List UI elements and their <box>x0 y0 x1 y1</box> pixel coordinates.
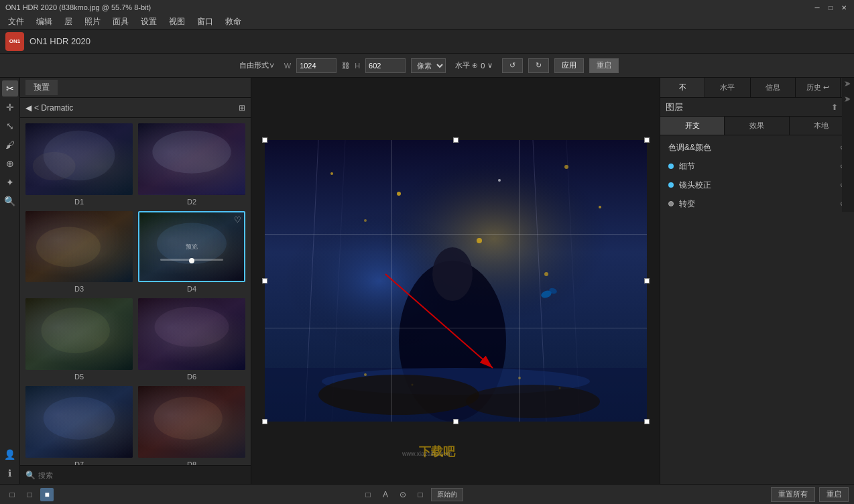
menu-edit[interactable]: 编辑 <box>31 15 58 29</box>
sub-tab-fx[interactable]: 效果 <box>725 117 789 135</box>
height-input[interactable] <box>365 58 406 73</box>
info-tool-icon[interactable]: ℹ <box>2 465 18 481</box>
rotate-right-button[interactable]: ↻ <box>528 58 549 73</box>
window-controls: ─ □ ✕ <box>812 3 849 12</box>
menu-view[interactable]: 视图 <box>164 15 190 29</box>
canvas-handle-br[interactable] <box>644 419 650 424</box>
layer-label-detail: 细节 <box>679 161 695 172</box>
svg-point-10 <box>41 308 109 353</box>
shape-dropdown[interactable]: 自由形式∨ <box>235 59 279 72</box>
original-mode-button[interactable]: 原始的 <box>431 488 463 501</box>
reset-toolbar-button[interactable]: 重启 <box>589 58 619 73</box>
width-label: W <box>284 62 291 70</box>
heal-tool[interactable]: ✦ <box>2 174 18 190</box>
rotate-left-button[interactable]: ↺ <box>502 58 523 73</box>
preset-item-d5[interactable]: D5 <box>25 298 133 381</box>
bottom-center-icon-1[interactable]: □ <box>361 488 375 501</box>
canvas-handle-tc[interactable] <box>453 137 459 143</box>
svg-point-20 <box>330 172 333 175</box>
preset-thumb-label: 预览 <box>186 242 198 251</box>
canvas-handle-bl[interactable] <box>262 419 267 424</box>
canvas-handle-tl[interactable] <box>262 137 267 143</box>
image-canvas <box>265 140 647 422</box>
layer-item-transform[interactable]: 转变 ↺ <box>660 194 854 213</box>
apply-button[interactable]: 应用 <box>554 58 584 73</box>
svg-point-26 <box>477 238 482 243</box>
crop-tool[interactable]: ✂ <box>2 80 18 97</box>
canvas-handle-bc[interactable] <box>453 419 459 424</box>
transform-tool[interactable]: ⤡ <box>2 118 18 134</box>
right-strip-icon2[interactable]: ⮞ <box>845 96 851 103</box>
tab-info[interactable]: 信息 <box>751 78 796 97</box>
canvas-handle-tr[interactable] <box>644 137 650 143</box>
presets-tab[interactable]: 预置 <box>25 80 58 95</box>
layers-upload-icon[interactable]: ⬆ <box>831 103 838 112</box>
presets-nav: ◀ < Dramatic ⊞ <box>20 98 251 118</box>
sub-tab-kz[interactable]: 开支 <box>660 117 725 135</box>
tab-history[interactable]: 历史 ↩ <box>796 78 841 97</box>
user-icon[interactable]: 👤 <box>2 446 18 462</box>
bottom-center-icon-2[interactable]: A <box>379 488 392 501</box>
presets-back-button[interactable]: ◀ < Dramatic <box>25 103 73 113</box>
svg-point-16 <box>154 397 222 440</box>
preset-item-d2[interactable]: D2 <box>138 123 245 206</box>
presets-grid-toggle[interactable]: ⊞ <box>239 103 245 113</box>
clone-tool[interactable]: ⊕ <box>2 155 18 172</box>
height-label: H <box>355 62 360 70</box>
preset-item-d4[interactable]: ♡ 预览 D4 <box>138 211 245 294</box>
bottom-icon-1[interactable]: □ <box>5 488 19 501</box>
menu-window[interactable]: 窗口 <box>192 15 219 29</box>
tab-no[interactable]: 不 <box>660 78 705 97</box>
bottom-bar: □ □ ■ □ A ⊙ □ 原始的 重置所有 重启 <box>0 484 854 504</box>
preset-item-d6[interactable]: D6 <box>138 298 245 381</box>
bottom-icon-2[interactable]: □ <box>23 488 36 501</box>
brush-tool[interactable]: 🖌 <box>2 137 18 153</box>
preset-item-d3[interactable]: D3 <box>25 211 133 294</box>
minimize-button[interactable]: ─ <box>812 3 822 12</box>
menu-file[interactable]: 文件 <box>3 15 29 29</box>
reset-all-button[interactable]: 重置所有 <box>771 487 815 502</box>
move-tool[interactable]: ✛ <box>2 99 18 115</box>
main-image <box>265 140 647 422</box>
menu-help[interactable]: 救命 <box>220 15 247 29</box>
width-input[interactable] <box>296 58 337 73</box>
preset-item-d1[interactable]: D1 <box>25 123 133 206</box>
svg-point-33 <box>432 247 473 301</box>
right-panel: 不 水平 信息 历史 ↩ ⚙ 图层 ⬆ ↺ 开支 效果 本地 <box>660 78 854 484</box>
reset-button[interactable]: 重启 <box>819 487 849 502</box>
preset-item-d7[interactable]: D7 <box>25 386 133 465</box>
layer-item-lens[interactable]: 镜头校正 ↺ <box>660 176 854 194</box>
bottom-center-icon-4[interactable]: □ <box>414 488 427 501</box>
maximize-button[interactable]: □ <box>826 3 835 12</box>
layers-list: 色调&&颜色 ↺ 细节 ↺ 镜头校正 ↺ 转变 <box>660 135 854 484</box>
canvas-handle-mr[interactable] <box>644 278 650 284</box>
level-control[interactable]: 水平 ⊕ 0 ∨ <box>451 59 497 72</box>
title-bar: ON1 HDR 2020 (838kmo.jpg @ 55.7% 8-bit) … <box>0 0 854 15</box>
preset-item-d8[interactable]: D8 <box>138 386 245 465</box>
svg-point-25 <box>364 219 367 222</box>
layer-dot-lens <box>668 182 674 188</box>
svg-rect-9 <box>25 298 133 370</box>
search-input[interactable] <box>38 471 245 479</box>
menu-layers[interactable]: 层 <box>59 15 78 29</box>
tab-horizontal[interactable]: 水平 <box>705 78 750 97</box>
menu-photo[interactable]: 照片 <box>79 15 106 29</box>
unit-dropdown[interactable]: 像素 <box>411 58 446 73</box>
canvas-handle-ml[interactable] <box>262 278 267 284</box>
zoom-tool[interactable]: 🔍 <box>2 193 18 209</box>
preset-label-d1: D1 <box>25 198 133 206</box>
right-strip-icon1[interactable]: ⮞ <box>845 80 851 88</box>
favorite-icon[interactable]: ♡ <box>234 215 241 225</box>
layer-item-color[interactable]: 色调&&颜色 ↺ <box>660 138 854 157</box>
app-title-label: ON1 HDR 2020 <box>29 36 90 46</box>
layer-item-detail[interactable]: 细节 ↺ <box>660 157 854 176</box>
svg-rect-13 <box>25 386 133 458</box>
layers-sub-tabs: 开支 效果 本地 <box>660 117 854 135</box>
app-logo: ON1 <box>5 32 24 51</box>
bottom-icon-3[interactable]: ■ <box>40 488 54 501</box>
close-button[interactable]: ✕ <box>839 3 849 12</box>
bottom-center-icon-3[interactable]: ⊙ <box>396 488 410 501</box>
menu-settings[interactable]: 设置 <box>135 15 162 29</box>
menu-bar: 文件 编辑 层 照片 面具 设置 视图 窗口 救命 <box>0 15 854 29</box>
menu-mask[interactable]: 面具 <box>107 15 134 29</box>
